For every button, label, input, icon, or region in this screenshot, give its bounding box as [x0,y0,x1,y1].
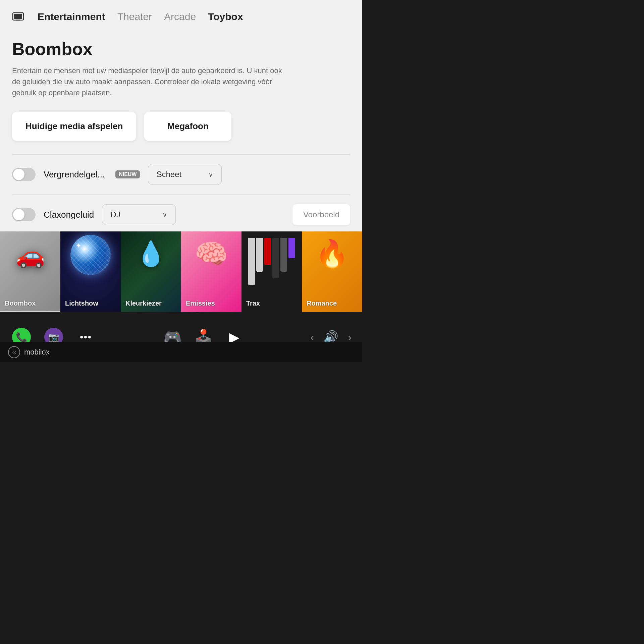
brain-icon: 🧠 [195,238,228,270]
dropper-icon: 💧 [136,239,166,268]
piano-key-1 [248,238,255,285]
horn-sound-row: Claxongeluid DJ ∨ Voorbeeld [12,195,350,235]
current-media-button[interactable]: Huidige media afspelen [12,112,136,141]
tile-romance-label: Romance [307,300,337,307]
disco-ball-icon: ✦ [70,235,111,275]
main-content: Boombox Entertain de mensen met uw media… [0,31,362,243]
tile-kleurkiezer[interactable]: 💧 Kleurkiezer [121,231,181,312]
tab-toybox[interactable]: Toybox [208,10,243,24]
piano-key-4 [280,238,287,272]
page-description: Entertain de mensen met uw mediaspeler t… [12,65,287,98]
tile-lichtshow-label: Lichtshow [65,300,98,307]
car-icon: 🚗 [16,241,45,269]
tile-romance[interactable]: 🔥 Romance [302,231,362,312]
tile-trax[interactable]: Trax [241,231,302,312]
campfire-icon: 🔥 [315,238,349,270]
new-badge: NIEUW [115,170,140,178]
app-grid: 🚗 Boombox ✦ Lichtshow 💧 Kleurkiezer 🧠 Em… [0,231,362,312]
horn-sound-dropdown-arrow: ∨ [162,211,167,219]
lock-sound-dropdown-value: Scheet [156,170,181,179]
mobilox-text: mobilox [24,348,50,357]
action-buttons-row: Huidige media afspelen Megafoon [12,112,350,141]
megaphone-button[interactable]: Megafoon [144,112,231,141]
piano-key-2 [256,238,263,272]
svg-rect-1 [14,14,22,19]
tile-trax-label: Trax [246,300,260,307]
piano-key-3 [272,238,279,278]
tile-emissies[interactable]: 🧠 Emissies [181,231,241,312]
settings-section: Vergrendelgel... NIEUW Scheet ∨ Claxonge… [12,154,350,235]
horn-sound-dropdown[interactable]: DJ ∨ [102,204,176,225]
tile-lichtshow[interactable]: ✦ Lichtshow [60,231,121,312]
piano-icon [248,238,295,292]
horn-sound-toggle[interactable] [12,208,36,221]
next-arrow-icon[interactable]: › [348,331,352,343]
tile-kleurkiezer-label: Kleurkiezer [125,300,162,307]
disco-star: ✦ [76,241,82,250]
horn-sound-label: Claxongeluid [44,210,94,220]
mobilox-logo-icon: ⊙ [8,346,20,358]
tab-entertainment[interactable]: Entertainment [38,10,105,24]
lock-sound-row: Vergrendelgel... NIEUW Scheet ∨ [12,155,350,195]
lock-sound-label: Vergrendelgel... [44,169,105,180]
piano-key-accent [288,238,295,258]
tab-theater[interactable]: Theater [117,10,152,24]
tile-boombox[interactable]: 🚗 Boombox [0,231,60,312]
more-label: ••• [80,332,92,342]
entertainment-icon [11,9,25,24]
tile-boombox-label: Boombox [5,300,36,307]
preview-button[interactable]: Voorbeeld [292,204,350,225]
prev-arrow-icon[interactable]: ‹ [311,331,314,343]
horn-sound-dropdown-value: DJ [110,210,120,219]
mobilox-bar: ⊙ mobilox [0,342,362,362]
tab-arcade[interactable]: Arcade [164,10,196,24]
lock-sound-dropdown-arrow: ∨ [208,170,213,178]
lock-sound-toggle[interactable] [12,168,36,181]
lock-sound-dropdown[interactable]: Scheet ∨ [148,164,222,185]
top-nav: Entertainment Theater Arcade Toybox [0,0,362,31]
piano-key-red [264,238,271,265]
page-title: Boombox [12,39,350,59]
tile-emissies-label: Emissies [186,300,215,307]
